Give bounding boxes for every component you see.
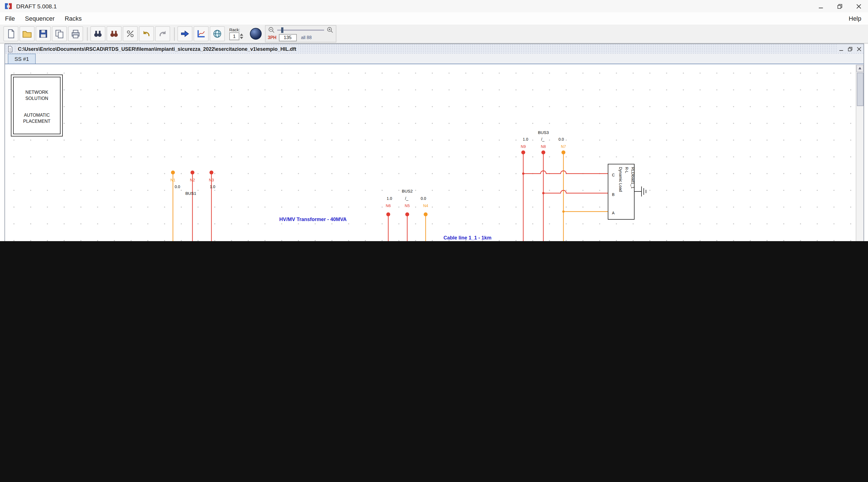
phase-mode-label[interactable]: 3PH (268, 35, 276, 40)
minimize-button[interactable] (811, 0, 830, 12)
find-icon[interactable] (90, 26, 105, 41)
node-label: N8 (541, 144, 546, 149)
document-icon (7, 46, 13, 52)
label: NETWORK (25, 90, 48, 95)
menu-bar: File Sequencer Racks Help (0, 12, 868, 25)
doc-minimize-button[interactable] (837, 44, 846, 53)
node-label: N5 (405, 204, 410, 208)
bus-name: BUS3 (538, 130, 549, 135)
zoom-value-field[interactable]: 135 (279, 34, 297, 41)
scroll-up-button[interactable] (856, 65, 864, 72)
menu-sequencer[interactable]: Sequencer (20, 15, 59, 22)
compile-icon[interactable] (250, 28, 261, 40)
node-label: N6 (386, 204, 391, 208)
document-path: C:\Users\Enrico\Documents\RSCAD\RTDS_USE… (16, 46, 299, 52)
open-icon[interactable] (20, 26, 35, 41)
value: 0.0 (421, 196, 426, 201)
schematic-canvas[interactable]: NETWORK SOLUTION AUTOMATIC PLACEMENT (6, 65, 856, 241)
menu-help[interactable]: Help (842, 15, 868, 22)
network-solution-box[interactable]: NETWORK SOLUTION AUTOMATIC PLACEMENT (11, 75, 62, 136)
print-icon[interactable] (68, 26, 83, 41)
bus-name: BUS1 (185, 191, 196, 195)
restore-button[interactable] (830, 0, 849, 12)
node-label: N9 (521, 144, 526, 149)
terminal-label: A (612, 211, 615, 215)
menu-racks[interactable]: Racks (60, 15, 87, 22)
node-label: N7 (561, 144, 566, 149)
vertical-scroll-thumb[interactable] (857, 72, 864, 106)
load-label: RLDload1_1 (631, 167, 635, 189)
load-label: R-L (624, 167, 629, 173)
zoom-all-label[interactable]: all 88 (301, 35, 312, 40)
value: 0.0 (558, 137, 564, 142)
node-label: N3 (209, 178, 214, 182)
document-title-bar[interactable]: C:\Users\Enrico\Documents\RSCAD\RTDS_USE… (5, 44, 864, 54)
zoom-out-icon[interactable] (268, 26, 275, 33)
annotation-transformer-title[interactable]: HV/MV Transformer - 40MVA (279, 217, 347, 222)
run-icon[interactable] (177, 26, 192, 41)
copy-icon[interactable] (52, 26, 67, 41)
value: /_ (405, 196, 408, 201)
value: 0.0 (175, 184, 180, 189)
tab-bar: SS #1 (5, 54, 864, 64)
zoom-controls: 3PH 135 all 88 (265, 25, 336, 42)
rscad-draft-window: DRAFT 5.008.1 File Sequencer Racks Help … (0, 0, 868, 241)
value: 1.0 (210, 184, 215, 189)
zoom-in-icon[interactable] (326, 26, 334, 33)
value: /_ (541, 137, 545, 142)
annotation-cable-title[interactable]: Cable line 1_1 - 1km (443, 235, 492, 241)
label: PLACEMENT (23, 119, 51, 124)
scale-percent-icon[interactable] (123, 26, 138, 41)
toolbar-separator (174, 27, 175, 40)
doc-restore-button[interactable] (846, 44, 855, 53)
menu-file[interactable]: File (0, 15, 20, 22)
toolbar: Rack: 1 3PH 135 all 88 (0, 25, 868, 43)
rack-label: Rack: (229, 28, 240, 32)
rack-spinner-arrows[interactable] (240, 33, 243, 39)
plot-icon[interactable] (193, 26, 209, 41)
new-file-icon[interactable] (3, 26, 19, 41)
window-title: DRAFT 5.008.1 (16, 3, 57, 9)
terminal-label: C (612, 173, 615, 177)
document-frame: C:\Users\Enrico\Documents\RSCAD\RTDS_USE… (4, 43, 864, 241)
bus-name: BUS2 (402, 189, 412, 193)
value: 1.0 (523, 137, 528, 142)
node-label: N1 (170, 178, 176, 182)
load-label: Dynamic Load (618, 167, 623, 192)
doc-close-button[interactable] (855, 44, 864, 53)
node-label: N2 (190, 178, 195, 182)
title-bar: DRAFT 5.008.1 (0, 0, 868, 13)
label: SOLUTION (25, 96, 48, 101)
redo-icon[interactable] (155, 26, 170, 41)
app-icon (4, 2, 12, 10)
vertical-scrollbar[interactable] (856, 65, 864, 241)
search-icon[interactable] (106, 26, 122, 41)
label: AUTOMATIC (24, 113, 50, 118)
terminal-label: B (612, 192, 615, 197)
tab-ss1[interactable]: SS #1 (8, 54, 36, 64)
save-icon[interactable] (36, 26, 51, 41)
zoom-slider[interactable] (277, 27, 324, 33)
node-label: N4 (423, 204, 428, 208)
toolbar-separator (87, 27, 88, 40)
globe-icon[interactable] (210, 26, 225, 41)
rack-selector[interactable]: Rack: 1 (229, 28, 243, 40)
value: 1.0 (386, 196, 392, 201)
zoom-slider-thumb[interactable] (281, 27, 283, 33)
rack-value[interactable]: 1 (229, 32, 239, 40)
grid-dots (6, 65, 856, 241)
close-button[interactable] (849, 0, 868, 12)
undo-icon[interactable] (139, 26, 154, 41)
